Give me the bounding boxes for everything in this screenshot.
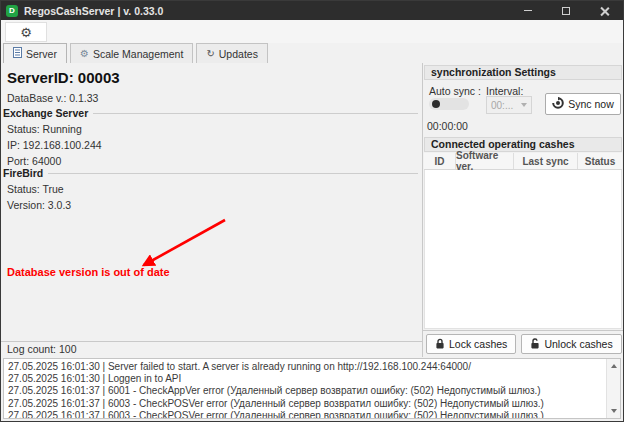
scroll-down-icon[interactable] [611,409,617,413]
server-id: ServerID: 00003 [7,69,120,86]
tab-scale-management[interactable]: ⚙ Scale Management [70,43,193,63]
group-divider [93,113,418,114]
group-divider [48,173,418,174]
sync-panel: synchronization Settings Auto sync : Int… [422,63,623,357]
server-icon [13,47,22,60]
database-version: DataBase v.: 0.1.33 [7,92,98,104]
tab-updates-label: Updates [219,48,258,60]
log-area: 27.05.2025 16:01:30 | Server failed to s… [3,358,621,419]
firebird-title: FireBird [3,167,43,179]
maximize-icon [562,7,570,15]
firebird-group: FireBird [3,167,418,179]
log-scrollbar[interactable] [606,359,620,418]
lock-icon [435,338,445,351]
log-line: 27.05.2025 16:01:30 | Loggen in to API [8,373,605,385]
column-id[interactable]: ID [424,153,456,169]
tab-strip: Server ⚙ Scale Management ↻ Updates [1,43,623,63]
scroll-up-icon[interactable] [611,364,617,368]
log-line: 27.05.2025 16:01:37 | 6003 - CheckPOSVer… [8,410,605,419]
close-icon [600,6,609,15]
sync-timer: 00:00:00 [427,120,468,132]
firebird-version: Version: 3.0.3 [7,199,71,211]
minimize-button[interactable] [509,1,547,20]
cashes-table-header: ID Software ver. Last sync Status [424,153,622,170]
tab-scale-management-label: Scale Management [93,48,183,60]
sync-settings-header: synchronization Settings [424,65,622,80]
column-status[interactable]: Status [578,153,622,169]
log-line: 27.05.2025 16:01:30 | Server failed to s… [8,361,605,373]
app-window: D RegosCashServer | v. 0.33.0 ⚙ Server ⚙… [0,0,624,422]
chevron-down-icon [521,103,527,107]
lock-cashes-label: Lock cashes [449,338,507,350]
server-info-panel: ServerID: 00003 DataBase v.: 0.1.33 Exch… [1,63,422,357]
connected-cashes-header: Connected operating cashes [424,137,622,152]
column-software-ver[interactable]: Software ver. [456,153,514,169]
tab-updates[interactable]: ↻ Updates [196,43,268,63]
exchange-server-group: Exchange Server [3,107,418,119]
refresh-icon: ↻ [206,49,214,59]
exchange-status: Status: Running [7,123,82,135]
auto-sync-label: Auto sync : [429,85,481,97]
lock-cashes-button[interactable]: Lock cashes [426,334,516,354]
unlock-cashes-label: Unlock cashes [544,338,612,350]
interval-value: 00:... [491,100,513,111]
log-count-bar: Log count: 100 [1,341,422,357]
column-last-sync[interactable]: Last sync [514,153,578,169]
exchange-server-title: Exchange Server [3,107,88,119]
log-line: 27.05.2025 16:01:37 | 6001 - CheckAppVer… [8,385,605,397]
cashes-table-body [424,170,622,329]
maximize-button[interactable] [547,1,585,20]
sync-now-label: Sync now [568,98,614,110]
log-lines: 27.05.2025 16:01:30 | Server failed to s… [4,360,605,419]
exchange-port: Port: 64000 [7,155,61,167]
unlock-cashes-button[interactable]: Unlock cashes [521,334,621,354]
tab-server-label: Server [26,48,57,60]
cashes-actions-bar: Lock cashes Unlock cashes [423,330,623,357]
toggle-knob-icon [432,100,440,108]
interval-select[interactable]: 00:... [486,96,532,114]
sync-icon [552,97,564,111]
unlock-icon [530,338,540,351]
app-icon: D [6,5,18,17]
exchange-ip: IP: 192.168.100.244 [7,139,102,151]
gear-icon: ⚙ [20,25,32,40]
close-button[interactable] [585,1,623,20]
tab-server[interactable]: Server [3,43,67,63]
firebird-status: Status: True [7,183,64,195]
minimize-icon [524,10,532,11]
window-controls [509,1,623,20]
log-line: 27.05.2025 16:01:37 | 6003 - CheckPOSVer… [8,398,605,410]
auto-sync-toggle[interactable] [429,98,469,110]
titlebar: D RegosCashServer | v. 0.33.0 [1,1,623,20]
sync-now-button[interactable]: Sync now [545,93,621,115]
toolbar: ⚙ [1,20,623,43]
scale-gear-icon: ⚙ [80,49,89,59]
settings-button[interactable]: ⚙ [5,22,47,42]
database-warning: Database version is out of date [7,266,170,278]
window-title: RegosCashServer | v. 0.33.0 [24,5,163,17]
